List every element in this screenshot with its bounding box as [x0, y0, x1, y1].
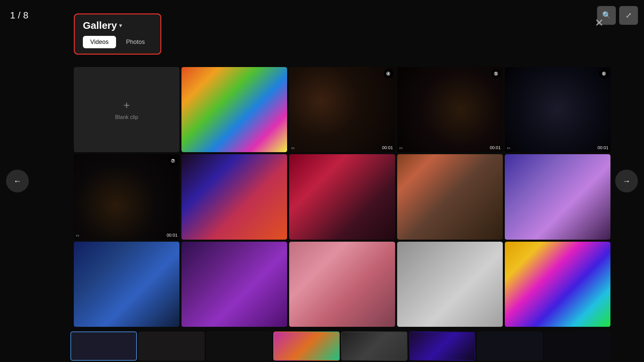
- list-item[interactable]: [181, 242, 287, 327]
- clip-icon: ▭: [507, 146, 510, 150]
- gallery-title-row: Gallery ▾: [83, 20, 152, 31]
- clip-icon: ▭: [399, 146, 402, 150]
- clip-icon: ▭: [291, 146, 294, 150]
- blank-clip-label: Blank clip: [115, 114, 138, 120]
- filmstrip-item[interactable]: [341, 331, 408, 361]
- page-counter: 1 / 8: [10, 10, 28, 21]
- list-item[interactable]: [397, 242, 503, 327]
- tab-videos[interactable]: Videos: [83, 36, 116, 48]
- thumb-duration: 00:01: [382, 145, 393, 150]
- plus-icon: +: [123, 99, 130, 112]
- thumb-duration: 00:01: [167, 233, 178, 238]
- filmstrip-item[interactable]: [138, 331, 205, 361]
- filmstrip: [70, 330, 610, 362]
- video-grid: + Blank clip ④ ▭ 00:01 ⑤ ▭ 00:01 ⑥ ▭ 00:…: [74, 67, 610, 327]
- prev-icon: ←: [13, 176, 21, 186]
- list-item[interactable]: [397, 154, 503, 239]
- list-item[interactable]: [505, 154, 610, 239]
- filmstrip-item[interactable]: [70, 331, 137, 361]
- filmstrip-item[interactable]: [544, 331, 610, 361]
- list-item[interactable]: [289, 242, 395, 327]
- list-item[interactable]: ⑦ ▭ 00:01: [74, 154, 179, 239]
- thumb-number: ⑦: [168, 156, 177, 166]
- filmstrip-item[interactable]: [409, 331, 475, 361]
- filmstrip-item[interactable]: [206, 331, 272, 361]
- list-item[interactable]: [74, 242, 179, 327]
- gallery-header: Gallery ▾ Videos Photos: [74, 13, 161, 55]
- list-item[interactable]: ⑥ ▭ 00:01: [505, 67, 610, 152]
- list-item[interactable]: [505, 242, 610, 327]
- prev-button[interactable]: ←: [6, 170, 29, 192]
- next-button[interactable]: →: [615, 170, 638, 192]
- thumb-duration: 00:01: [597, 145, 608, 150]
- filmstrip-item[interactable]: [273, 331, 340, 361]
- thumb-number: ⑤: [491, 69, 501, 78]
- expand-button[interactable]: ⤢: [619, 6, 638, 25]
- close-button[interactable]: ✕: [595, 17, 604, 28]
- list-item[interactable]: [289, 154, 395, 239]
- chevron-down-icon[interactable]: ▾: [119, 22, 122, 29]
- list-item[interactable]: ④ ▭ 00:01: [289, 67, 395, 152]
- thumb-duration: 00:01: [490, 145, 501, 150]
- next-icon: →: [623, 176, 631, 186]
- thumb-number: ④: [384, 69, 393, 78]
- tab-photos[interactable]: Photos: [119, 36, 152, 48]
- gallery-tabs: Videos Photos: [83, 36, 152, 48]
- filmstrip-item[interactable]: [477, 331, 543, 361]
- thumb-number: ⑥: [599, 69, 608, 78]
- blank-clip-thumb[interactable]: + Blank clip: [74, 67, 179, 152]
- gallery-title-text: Gallery: [83, 20, 117, 31]
- expand-icon: ⤢: [626, 11, 632, 20]
- list-item[interactable]: ⑤ ▭ 00:01: [397, 67, 503, 152]
- list-item[interactable]: [181, 154, 287, 239]
- list-item[interactable]: [181, 67, 287, 152]
- clip-icon: ▭: [76, 233, 79, 238]
